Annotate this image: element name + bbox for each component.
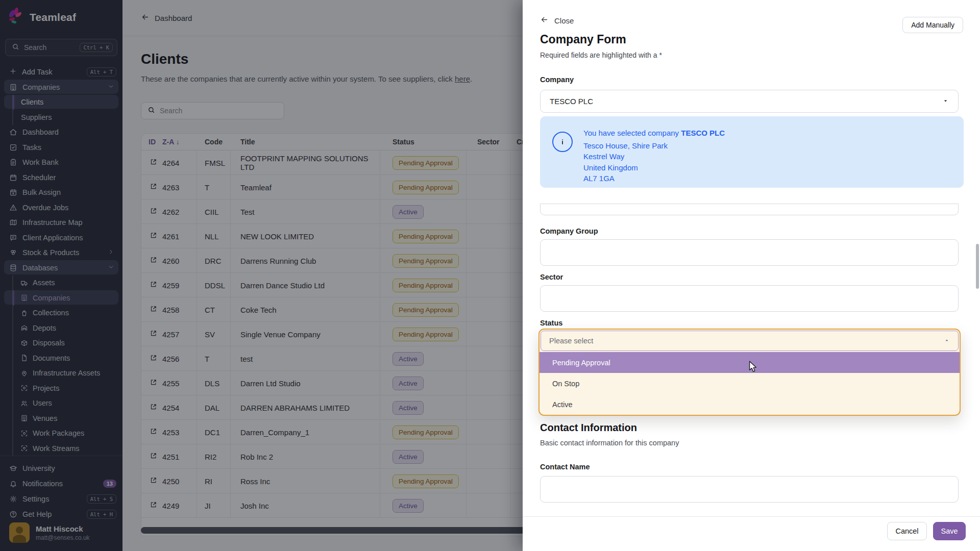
table-row[interactable]: 4257SVSingle Venue CompanyPending Approv… xyxy=(141,322,528,346)
sidebar-item-clients[interactable]: Clients xyxy=(0,95,122,110)
sidebar-item-depots[interactable]: Depots xyxy=(0,320,122,336)
table-search-input[interactable] xyxy=(160,107,262,115)
col-header-code[interactable]: Code xyxy=(197,138,231,146)
status-badge: Active xyxy=(393,401,424,415)
sidebar-item-settings[interactable]: SettingsAlt + S xyxy=(0,491,122,507)
sector-input[interactable] xyxy=(540,285,959,312)
suppliers-link[interactable]: here xyxy=(455,74,470,83)
sidebar-item-venues[interactable]: Venues xyxy=(0,411,122,426)
external-link-icon[interactable] xyxy=(150,232,157,241)
sort-indicator[interactable]: Z-A ↓ xyxy=(162,138,180,146)
status-badge: Active xyxy=(393,499,424,513)
sidebar-item-tasks[interactable]: Tasks xyxy=(0,140,122,155)
sidebar-item-notifications[interactable]: Notifications13 xyxy=(0,476,122,491)
table-row[interactable]: 4255DLSDarren Ltd StudioActive xyxy=(141,371,528,395)
external-link-icon[interactable] xyxy=(150,207,157,216)
sidebar-item-work-packages[interactable]: Work Packages xyxy=(0,426,122,441)
external-link-icon[interactable] xyxy=(150,452,157,461)
sidebar-item-scheduler[interactable]: Scheduler xyxy=(0,170,122,185)
brand[interactable]: Teamleaf xyxy=(6,7,76,28)
status-option-active[interactable]: Active xyxy=(540,394,960,415)
sidebar-nav: CompaniesClientsSuppliersDashboardTasksW… xyxy=(0,80,122,456)
sidebar-item-suppliers[interactable]: Suppliers xyxy=(0,110,122,125)
external-link-icon[interactable] xyxy=(150,183,157,192)
sidebar-item-collections[interactable]: Collections xyxy=(0,306,122,321)
col-header-status[interactable]: Status xyxy=(380,138,467,146)
table-row[interactable]: 4251RI2Rob Inc 2Active xyxy=(141,444,528,469)
external-link-icon[interactable] xyxy=(150,354,157,363)
status-badge: Active xyxy=(393,352,424,366)
user-menu[interactable]: Matt Hiscock matt@senses.co.uk xyxy=(0,522,122,543)
add-task-shortcut-chip: Alt + T xyxy=(87,67,116,77)
horizontal-scrollbar[interactable] xyxy=(141,527,529,534)
table-search[interactable] xyxy=(141,102,284,119)
cell-sector xyxy=(467,493,511,518)
external-link-icon[interactable] xyxy=(150,477,157,486)
sidebar-item-dashboard[interactable]: Dashboard xyxy=(0,125,122,140)
col-header-title[interactable]: Title xyxy=(231,138,380,146)
company-group-input[interactable] xyxy=(540,239,959,266)
info-icon xyxy=(552,132,573,152)
table-row[interactable]: 4256TtestActive xyxy=(141,346,528,371)
sidebar-item-databases[interactable]: Databases xyxy=(0,260,122,276)
external-link-icon[interactable] xyxy=(150,501,157,510)
external-link-icon[interactable] xyxy=(150,281,157,290)
notification-count-badge: 13 xyxy=(103,480,116,488)
sidebar-item-stock-products[interactable]: Stock & Products xyxy=(0,245,122,261)
external-link-icon[interactable] xyxy=(150,428,157,437)
sidebar-item-infrastructure-assets[interactable]: Infrastructure Assets xyxy=(0,366,122,381)
col-header-id[interactable]: ID xyxy=(149,138,156,146)
sidebar-item-disposals[interactable]: Disposals xyxy=(0,336,122,351)
close-drawer-button[interactable]: Close xyxy=(540,15,574,26)
external-link-icon[interactable] xyxy=(150,305,157,314)
status-select[interactable]: Please select xyxy=(541,331,959,351)
table-row[interactable]: 4262CIILTestActive xyxy=(141,199,528,224)
external-link-icon[interactable] xyxy=(150,256,157,265)
external-link-icon[interactable] xyxy=(150,379,157,388)
sidebar-item-university[interactable]: University xyxy=(0,461,122,476)
sidebar-item-client-applications[interactable]: Client Applications xyxy=(0,230,122,245)
table-row[interactable]: 4263TTeamleafPending Approval xyxy=(141,175,528,199)
back-to-dashboard[interactable]: Dashboard xyxy=(141,13,192,23)
sidebar-item-users[interactable]: Users xyxy=(0,396,122,411)
table-row[interactable]: 4250RIRoss IncPending Approval xyxy=(141,469,528,493)
external-link-icon[interactable] xyxy=(150,403,157,412)
table-row[interactable]: 4264FMSLFOOTPRINT MAPPING SOLUTIONS LTDP… xyxy=(141,151,528,175)
contact-name-input[interactable] xyxy=(540,476,959,503)
add-manually-button[interactable]: Add Manually xyxy=(902,17,963,33)
sidebar-item-bulk-assign[interactable]: Bulk Assign xyxy=(0,185,122,201)
sidebar-item-get-help[interactable]: Get HelpAlt + H xyxy=(0,507,122,522)
sidebar-item-companies[interactable]: Companies xyxy=(0,80,122,95)
table-row[interactable]: 4254DALDARREN ABRAHAMS LIMITEDActive xyxy=(141,395,528,420)
status-badge: Pending Approval xyxy=(393,279,459,292)
sidebar-add-task[interactable]: Add Task Alt + T xyxy=(5,65,117,79)
company-select[interactable]: TESCO PLC xyxy=(540,90,959,113)
sidebar-item-documents[interactable]: Documents xyxy=(0,350,122,366)
sidebar-search[interactable]: Search Ctrl + K xyxy=(5,39,117,56)
external-link-icon[interactable] xyxy=(150,330,157,339)
table-row[interactable]: 4260DRCDarrens Running ClubPending Appro… xyxy=(141,248,528,273)
table-row[interactable]: 4258CTCoke TechPending Approval xyxy=(141,297,528,322)
status-option-pending-approval[interactable]: Pending Approval xyxy=(540,352,960,373)
external-link-icon[interactable] xyxy=(150,158,157,167)
sidebar-item-work-bank[interactable]: Work Bank xyxy=(0,155,122,170)
table-row[interactable]: 4249JIJosh IncActive xyxy=(141,493,528,518)
drawer-scrollbar[interactable] xyxy=(976,244,979,289)
sidebar-item-assets[interactable]: Assets xyxy=(0,276,122,291)
save-button[interactable]: Save xyxy=(933,522,966,540)
sidebar-item-companies[interactable]: Companies xyxy=(0,290,122,306)
scrolled-field-partial[interactable] xyxy=(540,204,959,215)
col-header-sector[interactable]: Sector xyxy=(467,138,511,146)
cancel-button[interactable]: Cancel xyxy=(887,522,927,540)
cell-status: Pending Approval xyxy=(380,248,467,273)
status-option-on-stop[interactable]: On Stop xyxy=(540,373,960,394)
arrow-left-icon xyxy=(540,15,549,26)
table-row[interactable]: 4253DC1Darren_Company_1Pending Approval xyxy=(141,420,528,444)
sidebar-item-label: Documents xyxy=(33,354,122,362)
table-row[interactable]: 4259DDSLDarren Dance Studio LtdPending A… xyxy=(141,273,528,297)
sidebar-item-work-streams[interactable]: Work Streams xyxy=(0,441,122,456)
sidebar-item-overdue-jobs[interactable]: Overdue Jobs xyxy=(0,200,122,215)
sidebar-item-infrastructure-map[interactable]: Infrastructure Map xyxy=(0,215,122,231)
sidebar-item-projects[interactable]: Projects xyxy=(0,381,122,396)
table-row[interactable]: 4261NLLNEW LOOK LIMITEDPending Approval xyxy=(141,224,528,248)
